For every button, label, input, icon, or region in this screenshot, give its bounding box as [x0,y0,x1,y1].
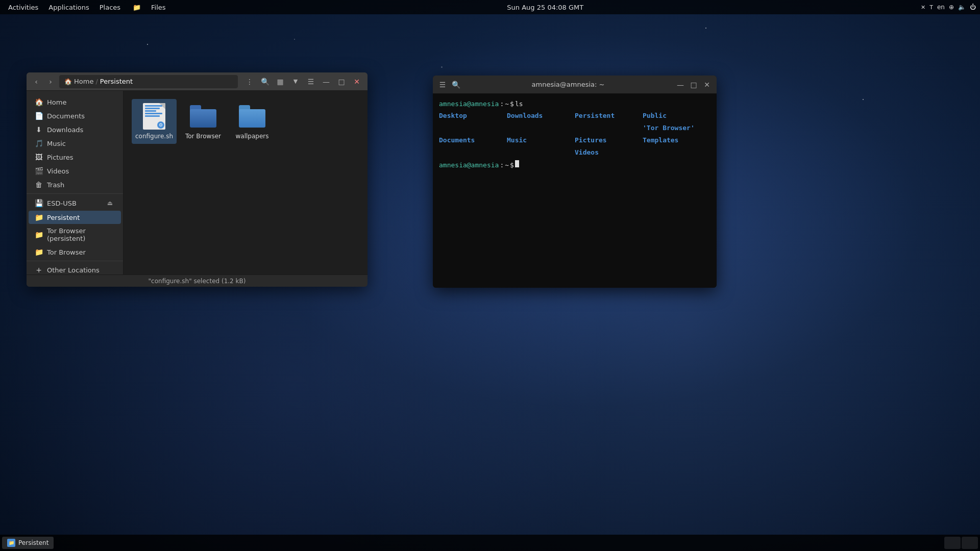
trash-icon: 🗑 [35,181,43,189]
terminal-minimize-button[interactable]: — [675,79,686,90]
terminal-dir-persistent: Persistent [575,110,643,121]
taskbar-file-manager-icon: 📁 [7,539,15,547]
minimize-button[interactable]: — [320,75,333,88]
file-item-configure-sh[interactable]: ⚙ configure.sh [132,99,177,144]
terminal-title-actions: ☰ 🔍 [437,79,461,90]
terminal-title: amnesia@amnesia: ~ [464,81,672,88]
file-item-wallpapers[interactable]: wallpapers [230,99,275,144]
sidebar-item-other-locations[interactable]: + Other Locations [29,263,121,274]
file-manager-titlebar: ‹ › 🏠 Home / Persistent ⋮ 🔍 ▦ ▼ ☰ — □ ✕ [27,72,368,91]
tor-browser-icon-container [189,102,217,131]
tor-persistent-icon: 📁 [35,231,43,239]
file-label-configure-sh: configure.sh [135,133,173,141]
topbar-power-icon[interactable]: ⏻ [970,4,976,11]
terminal-search-button[interactable]: 🔍 [450,79,461,90]
terminal-prompt2-tilde: ~ [505,160,509,170]
places-button[interactable]: Places [95,3,125,12]
videos-icon: 🎬 [35,167,43,175]
terminal-prompt-sep: : [500,99,504,109]
activities-button[interactable]: Activities [4,3,42,12]
sidebar-item-tor-browser-persistent[interactable]: 📁 Tor Browser (persistent) [29,224,121,245]
script-line-2 [145,108,160,109]
sidebar-divider-2 [27,261,123,261]
maximize-button[interactable]: □ [335,75,348,88]
wallpapers-icon-container [238,102,266,131]
terminal-dir-documents: Documents [439,135,507,146]
terminal-dir-desktop: Desktop [439,110,507,121]
sidebar-item-trash[interactable]: 🗑 Trash [29,178,121,191]
forward-button[interactable]: › [45,76,56,87]
sidebar-item-home[interactable]: 🏠 Home [29,95,121,109]
terminal-prompt2-sep: : [500,160,504,170]
sidebar-item-documents[interactable]: 📄 Documents [29,109,121,122]
breadcrumb-home[interactable]: Home [74,78,93,85]
menu-button[interactable]: ⋮ [243,75,256,88]
file-label-wallpapers: wallpapers [236,133,269,141]
topbar-lang[interactable]: en [937,4,945,11]
documents-icon: 📄 [35,112,43,120]
file-label-tor-browser: Tor Browser [185,133,221,141]
eject-button[interactable]: ⏏ [105,198,115,208]
topbar-x-icon[interactable]: ✕ [921,4,925,11]
sidebar-label-pictures: Pictures [47,154,73,161]
topbar-network-icon[interactable]: ⊕ [949,4,954,11]
sidebar-item-videos[interactable]: 🎬 Videos [29,164,121,178]
terminal-menu-button[interactable]: ☰ [437,79,448,90]
file-grid: ⚙ configure.sh Tor Browser [132,99,359,144]
view-toggle-button[interactable]: ▦ [274,75,287,88]
topbar-clock: Sun Aug 25 04:08 GMT [170,4,921,11]
wallpapers-folder-icon [239,105,265,128]
search-button[interactable]: 🔍 [258,75,272,88]
tor-browser-folder-icon [190,105,216,128]
file-manager-content: 🏠 Home 📄 Documents ⬇ Downloads 🎵 Music 🖼… [27,91,368,274]
file-area: ⚙ configure.sh Tor Browser [124,91,368,274]
sidebar-label-music: Music [47,140,66,147]
terminal-titlebar: ☰ 🔍 amnesia@amnesia: ~ — □ ✕ [433,76,717,94]
back-button[interactable]: ‹ [31,76,42,87]
breadcrumb: 🏠 Home / Persistent [59,75,238,88]
folder-body [239,109,265,128]
tor-browser-icon: 📁 [35,248,43,256]
sidebar-label-tor-persistent: Tor Browser (persistent) [47,227,115,242]
topbar: Activities Applications Places 📁 Files S… [0,0,980,14]
list-view-button[interactable]: ☰ [304,75,317,88]
terminal-prompt2-host: amnesia@amnesia [439,160,499,170]
topbar-left: Activities Applications Places 📁 Files [0,3,170,12]
taskbar-btn-1[interactable] [944,537,961,549]
sidebar-item-tor-browser[interactable]: 📁 Tor Browser [29,245,121,259]
sidebar-label-other-locations: Other Locations [47,266,100,274]
sidebar-label-downloads: Downloads [47,126,83,134]
applications-button[interactable]: Applications [44,3,93,12]
terminal-prompt-host: amnesia@amnesia [439,99,499,109]
taskbar-file-manager[interactable]: 📁 Persistent [2,537,54,549]
script-line-1 [145,105,162,107]
terminal-dollar: $ [510,99,514,109]
terminal-maximize-button[interactable]: □ [688,79,699,90]
terminal-command: ls [515,99,523,109]
sidebar-divider [27,193,123,194]
home-icon: 🏠 [64,78,72,85]
files-label[interactable]: Files [147,3,170,12]
sidebar-item-pictures[interactable]: 🖼 Pictures [29,151,121,164]
taskbar-btn-2[interactable] [962,537,978,549]
file-manager-statusbar: "configure.sh" selected (1.2 kB) [27,274,368,287]
taskbar: 📁 Persistent $_ amnesia@amnesia: ~ [0,535,980,551]
terminal-dir-public: Public [643,110,710,121]
view-options-button[interactable]: ▼ [289,75,302,88]
folder-body [190,109,216,128]
topbar-sound-icon[interactable]: 🔈 [958,4,966,11]
sidebar-item-esd-usb[interactable]: 💾 ESD-USB ⏏ [29,196,121,210]
breadcrumb-current: Persistent [100,78,133,85]
sidebar-item-music[interactable]: 🎵 Music [29,137,121,150]
terminal-close-button[interactable]: ✕ [701,79,713,90]
sidebar-label-tor-browser: Tor Browser [47,248,86,256]
sidebar-item-persistent[interactable]: 📁 Persistent [29,211,121,224]
music-icon: 🎵 [35,139,43,147]
script-line-3 [145,110,156,112]
close-button[interactable]: ✕ [350,75,363,88]
sidebar-item-downloads[interactable]: ⬇ Downloads [29,123,121,136]
topbar-t-icon[interactable]: T [929,4,933,11]
file-item-tor-browser[interactable]: Tor Browser [181,99,226,144]
downloads-icon: ⬇ [35,126,43,134]
terminal-cursor [515,160,519,167]
